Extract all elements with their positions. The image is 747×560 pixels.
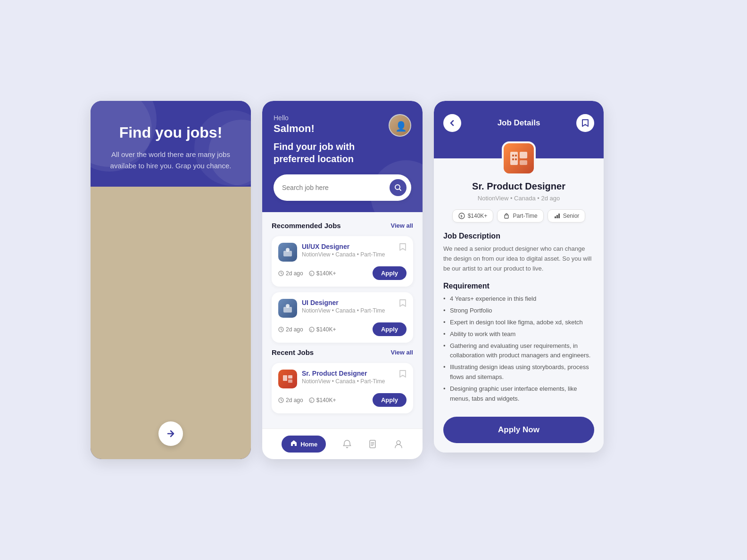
search-icon	[394, 184, 402, 191]
job-card-uid-bottom: 2d ago $ $140K+ Apply	[278, 322, 407, 336]
card3-header: Job Details	[434, 101, 604, 158]
req-item-0: 4 Years+ experience in this field	[443, 294, 594, 304]
svg-rect-29	[555, 216, 556, 218]
job-tags-row: $ $140K+ Part-Time Senior	[443, 209, 594, 222]
recommended-view-all[interactable]: View all	[391, 222, 413, 229]
main-container: Find you jobs! All over the world there …	[91, 101, 656, 459]
apply-button-uid[interactable]: Apply	[373, 322, 407, 336]
back-arrow-icon	[448, 119, 456, 127]
req-item-2: Expert in design tool like figma, adobe …	[443, 318, 594, 328]
req-item-3: Ability to work with team	[443, 329, 594, 339]
header-tagline: Find your job with preferred location	[274, 140, 377, 165]
nav-bell[interactable]	[342, 439, 352, 449]
recommended-section-header: Recommended Jobs View all	[272, 222, 413, 230]
clock-icon	[278, 271, 284, 276]
arrow-button[interactable]	[158, 421, 183, 446]
svg-rect-24	[512, 158, 514, 160]
job-meta-spd: NotionView • Canada • Part-Time	[302, 378, 394, 385]
svg-rect-30	[556, 215, 558, 218]
job-salary-spd: $ $140K+	[309, 397, 336, 404]
svg-rect-23	[515, 155, 517, 156]
search-input[interactable]	[282, 184, 390, 191]
job-card-uiux-bottom: 2d ago $ $140K+ Apply	[278, 266, 407, 280]
req-item-1: Strong Portfolio	[443, 306, 594, 316]
level-icon	[554, 213, 560, 219]
job-tags-spd: 2d ago $ $140K+	[278, 397, 336, 404]
svg-text:$: $	[310, 399, 312, 402]
home-label: Home	[300, 441, 317, 448]
svg-text:$: $	[310, 329, 312, 331]
job-info-spd: Sr. Product Designer NotionView • Canada…	[302, 370, 394, 385]
back-button[interactable]	[443, 114, 461, 132]
salary-icon-2: $	[309, 327, 315, 332]
home-icon	[290, 439, 298, 449]
svg-text:$: $	[460, 214, 462, 218]
card1-top-section: Find you jobs! All over the world there …	[91, 101, 251, 187]
apply-now-button[interactable]: Apply Now	[443, 417, 594, 443]
arrow-right-icon	[166, 429, 175, 438]
bookmark-spd[interactable]	[399, 370, 407, 380]
svg-point-7	[286, 304, 290, 308]
desc-heading: Job Description	[443, 232, 594, 240]
search-button[interactable]	[390, 179, 407, 196]
apply-button-uiux[interactable]: Apply	[373, 266, 407, 280]
bookmark-uiux[interactable]	[399, 243, 407, 253]
card-landing: Find you jobs! All over the world there …	[91, 101, 251, 459]
salary-chip: $ $140K+	[452, 209, 494, 222]
user-avatar: 👤	[389, 114, 411, 137]
requirements-list: 4 Years+ experience in this field Strong…	[443, 294, 594, 404]
card2-header: 👤 Hello Salmon! Find your job with prefe…	[262, 101, 423, 212]
bookmark-uid[interactable]	[399, 299, 407, 309]
req-item-4: Gathering and evaluating user requiremen…	[443, 341, 594, 361]
page-title: Job Details	[498, 118, 540, 128]
salary-icon: $	[309, 271, 315, 276]
bookmark-button[interactable]	[576, 114, 594, 132]
clock-icon-3	[278, 397, 284, 403]
svg-rect-12	[288, 375, 292, 379]
nav-home[interactable]: Home	[282, 436, 326, 453]
job-salary-uid: $ $140K+	[309, 326, 336, 333]
job-card-uiux: UI/UX Designer NotionView • Canada • Par…	[272, 236, 413, 287]
card3-body: Sr. Product Designer NotionView • Canada…	[434, 158, 604, 453]
company-avatar-large	[502, 141, 536, 175]
recent-view-all[interactable]: View all	[391, 349, 413, 356]
dollar-icon: $	[458, 213, 465, 219]
job-card-uiux-top: UI/UX Designer NotionView • Canada • Par…	[278, 243, 407, 262]
type-chip: Part-Time	[497, 209, 543, 222]
job-salary-uiux: $ $140K+	[309, 270, 336, 277]
card2-body: Recommended Jobs View all UI/UX Designer	[262, 212, 423, 428]
landing-image-area	[91, 187, 251, 459]
job-tags-uid: 2d ago $ $140K+	[278, 326, 336, 333]
docs-icon	[368, 439, 377, 449]
job-time-spd: 2d ago	[278, 397, 303, 404]
apply-button-spd[interactable]: Apply	[373, 393, 407, 407]
company-logo-icon-spd	[282, 374, 293, 384]
job-meta-uiux: NotionView • Canada • Part-Time	[302, 251, 394, 258]
briefcase-icon	[503, 213, 510, 219]
nav-profile[interactable]	[394, 439, 403, 449]
job-card-spd-bottom: 2d ago $ $140K+ Apply	[278, 393, 407, 407]
svg-point-2	[286, 248, 290, 252]
company-logo-uid	[278, 299, 297, 318]
search-bar[interactable]	[274, 174, 411, 201]
job-card-uid: UI Designer NotionView • Canada • Part-T…	[272, 292, 413, 343]
svg-text:$: $	[310, 272, 312, 275]
svg-rect-21	[520, 160, 527, 165]
job-tags-uiux: 2d ago $ $140K+	[278, 270, 336, 277]
landing-title: Find you jobs!	[106, 124, 236, 141]
company-logo-icon-uiux	[282, 247, 293, 257]
job-time-uid: 2d ago	[278, 326, 303, 333]
level-chip: Senior	[548, 209, 586, 222]
job-title-uid: UI Designer	[302, 299, 394, 306]
nav-docs[interactable]	[368, 439, 377, 449]
desc-text: We need a senior product designer who ca…	[443, 244, 594, 273]
recent-section-header: Recent Jobs View all	[272, 348, 413, 356]
svg-rect-19	[510, 152, 518, 165]
company-logo-spd	[278, 370, 297, 388]
svg-point-0	[395, 185, 400, 189]
company-logo-icon-uid	[282, 303, 293, 313]
bell-icon	[342, 439, 352, 449]
req-item-6: Designing graphic user interface element…	[443, 384, 594, 404]
bottom-nav: Home	[262, 428, 423, 459]
req-item-5: Illustrating design ideas using storyboa…	[443, 362, 594, 382]
